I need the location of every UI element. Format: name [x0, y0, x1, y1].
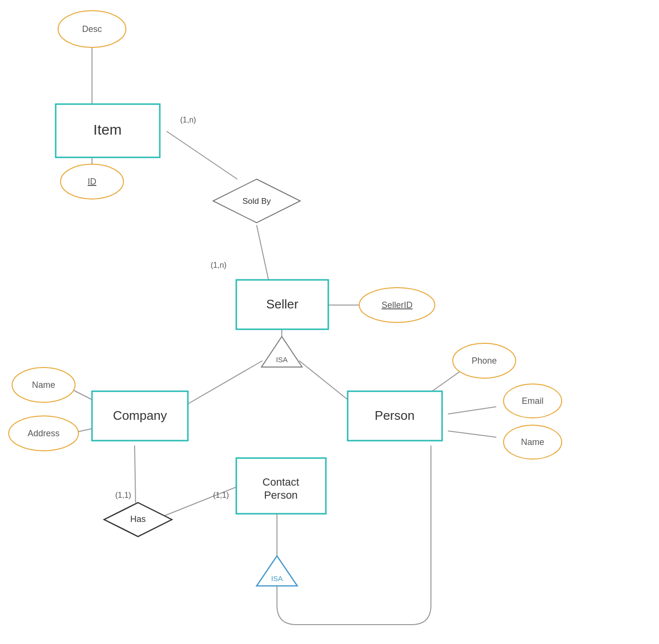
attr-address-label: Address — [28, 429, 60, 438]
attr-id-label: ID — [88, 177, 96, 186]
rel-has-label: Has — [130, 514, 146, 524]
entity-item-label: Item — [93, 122, 122, 138]
svg-line-11 — [135, 445, 136, 503]
entity-company-label: Company — [113, 408, 167, 423]
cardinality-1n-item: (1,n) — [180, 116, 196, 124]
svg-line-3 — [257, 225, 269, 281]
attr-person-name-label: Name — [521, 437, 544, 447]
svg-line-16 — [448, 431, 496, 437]
rel-sold-by-label: Sold By — [243, 197, 271, 206]
attr-company-name-label: Name — [32, 380, 55, 390]
er-diagram: (1,n) (1,n) (1,1) (1,1) Desc ID SellerID… — [0, 0, 659, 644]
cardinality-11-contact: (1,1) — [213, 491, 229, 499]
isa-label-1: ISA — [276, 355, 288, 364]
svg-line-2 — [167, 131, 237, 179]
attr-sellerid-label: SellerID — [382, 300, 413, 310]
entity-contact-person-label: Contact — [262, 476, 299, 488]
attr-desc-label: Desc — [82, 24, 102, 34]
attr-email-label: Email — [521, 396, 543, 406]
svg-line-15 — [448, 407, 496, 414]
cardinality-11-company: (1,1) — [115, 491, 131, 499]
isa-label-2: ISA — [271, 574, 283, 583]
attr-phone-label: Phone — [472, 356, 497, 366]
entity-person-label: Person — [375, 408, 414, 423]
entity-seller-label: Seller — [266, 297, 299, 311]
cardinality-1n-seller: (1,n) — [211, 261, 227, 269]
entity-contact-person-label2: Person — [264, 489, 298, 501]
